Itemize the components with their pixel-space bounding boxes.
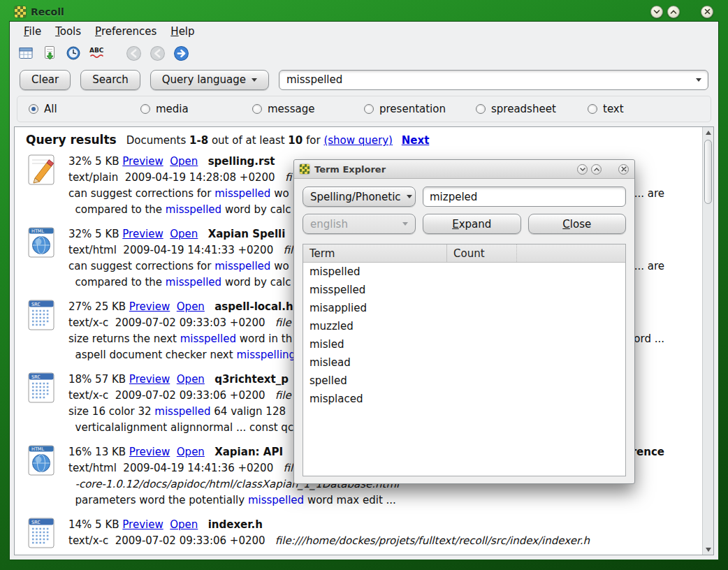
highlighted-term: misspelled <box>180 332 236 345</box>
text-segment: parameters word the potentially <box>68 494 248 506</box>
for-label: for <box>306 134 321 147</box>
search-button-label: Search <box>92 73 129 86</box>
query-language-dropdown[interactable]: Query language <box>150 70 269 90</box>
filter-text[interactable]: text <box>588 103 699 115</box>
preview-link[interactable]: Preview <box>129 300 170 313</box>
dialog-maximize-button[interactable] <box>591 164 602 175</box>
close-button-dialog[interactable]: Close <box>528 214 627 234</box>
menu-preferences[interactable]: Preferences <box>88 23 163 40</box>
open-link[interactable]: Open <box>177 373 205 386</box>
radio-icon <box>588 104 597 114</box>
window-titlebar[interactable]: Recoll <box>9 2 719 21</box>
menu-help[interactable]: Help <box>163 23 201 40</box>
text-segment: file <box>275 389 291 402</box>
text-segment: text/x-c 2009-07-02 09:33:06 +0200 <box>68 534 275 547</box>
open-link[interactable]: Open <box>177 446 205 458</box>
documents-label: Documents <box>126 134 187 147</box>
text-segment <box>170 446 177 458</box>
term-column-header[interactable]: Term <box>303 244 447 262</box>
next-page-link[interactable]: Next <box>402 134 430 147</box>
maximize-button[interactable] <box>667 6 680 18</box>
term-row[interactable]: misspelled <box>303 281 625 299</box>
open-link[interactable]: Open <box>170 228 198 240</box>
scroll-down-arrow-icon[interactable] <box>703 544 713 555</box>
highlighted-term: misspelling <box>236 349 296 361</box>
query-input[interactable] <box>279 73 690 86</box>
count-column-header[interactable]: Count <box>447 244 517 262</box>
term-row[interactable]: misled <box>303 335 625 353</box>
filter-presentation[interactable]: presentation <box>364 103 476 115</box>
text-segment: 18% 57 KB <box>68 373 129 386</box>
menu-tools[interactable]: Tools <box>48 23 88 40</box>
term-row[interactable]: mispelled <box>303 263 625 281</box>
svg-text:HTML: HTML <box>31 446 44 452</box>
filter-all[interactable]: All <box>29 103 140 115</box>
preview-link[interactable]: Preview <box>122 518 163 531</box>
text-segment <box>163 518 170 531</box>
preview-link[interactable]: Preview <box>129 446 170 458</box>
scrollbar-thumb[interactable] <box>704 140 712 204</box>
result-title: spelling.rst <box>208 155 275 168</box>
menu-file[interactable]: File <box>17 23 48 40</box>
result-title: indexer.h <box>208 518 263 531</box>
term-row[interactable]: misplaced <box>303 390 625 408</box>
results-scrollbar[interactable] <box>702 127 713 555</box>
scroll-up-arrow-icon[interactable] <box>703 127 713 138</box>
query-combobox[interactable] <box>279 70 708 90</box>
clear-search-icon[interactable] <box>17 44 35 62</box>
preview-link[interactable]: Preview <box>122 155 163 168</box>
chevron-down-icon <box>407 195 412 198</box>
history-clock-icon[interactable] <box>64 44 82 62</box>
clear-button[interactable]: Clear <box>20 70 71 90</box>
spellcheck-abc-icon[interactable]: ABC <box>88 44 106 62</box>
radio-icon <box>140 104 150 114</box>
go-next-page-icon[interactable] <box>172 44 190 62</box>
text-segment: text/html 2009-04-19 14:41:36 +0200 <box>68 462 284 474</box>
save-document-icon[interactable] <box>41 44 59 62</box>
text-segment: fi <box>285 171 291 184</box>
result-text-line: text/x-c 2009-07-02 09:33:06 +0200 file:… <box>68 533 664 549</box>
text-segment: word by calc <box>221 203 291 216</box>
open-link[interactable]: Open <box>177 300 205 313</box>
open-link[interactable]: Open <box>170 518 198 531</box>
text-segment: fil <box>284 462 293 474</box>
term-cell: mispelled <box>303 265 447 278</box>
term-row[interactable]: muzzled <box>303 317 625 335</box>
search-row: Clear Search Query language <box>10 65 718 94</box>
source-document-icon: SRC <box>26 517 57 549</box>
term-row[interactable]: mislead <box>303 353 625 372</box>
combo-dropdown-arrow-icon[interactable] <box>690 78 708 82</box>
open-link[interactable]: Open <box>170 155 198 168</box>
term-table-header[interactable]: Term Count <box>303 244 625 263</box>
highlighted-term: misspelled <box>248 494 304 506</box>
close-button[interactable] <box>701 6 713 18</box>
expand-button[interactable]: Expand <box>423 214 521 234</box>
term-explorer-dialog: Term Explorer Spelling/Phonetic <box>293 159 635 484</box>
show-query-link[interactable]: (show query) <box>323 134 393 147</box>
expansion-mode-dropdown[interactable]: Spelling/Phonetic <box>303 187 416 207</box>
dialog-close-button[interactable] <box>618 164 629 175</box>
filter-message[interactable]: message <box>252 103 364 115</box>
term-explorer-titlebar[interactable]: Term Explorer <box>294 160 634 179</box>
dialog-shade-button[interactable] <box>577 164 588 175</box>
shade-button[interactable] <box>650 6 663 18</box>
preview-link[interactable]: Preview <box>122 228 163 240</box>
language-dropdown: english <box>303 214 416 234</box>
preview-link[interactable]: Preview <box>129 373 170 386</box>
toolbar: ABC <box>10 41 718 65</box>
highlighted-term: misspelled <box>214 260 270 272</box>
filter-spreadsheet[interactable]: spreadsheet <box>476 103 588 115</box>
go-previous-page-icon <box>148 44 166 62</box>
filter-media[interactable]: media <box>140 103 252 115</box>
term-input[interactable] <box>423 187 626 207</box>
term-row[interactable]: spelled <box>303 372 625 390</box>
filter-label: All <box>44 103 57 115</box>
result-title: Xapian: API <box>214 446 283 458</box>
text-segment: file:///home/dockes/projets/fulltext/rec… <box>275 534 590 547</box>
radio-icon <box>29 104 38 114</box>
text-segment: word max edit ... <box>304 494 396 506</box>
text-segment: 64 valign 128 <box>211 405 286 418</box>
text-segment: fil <box>284 244 293 256</box>
term-row[interactable]: misapplied <box>303 299 625 317</box>
search-button[interactable]: Search <box>80 70 140 90</box>
